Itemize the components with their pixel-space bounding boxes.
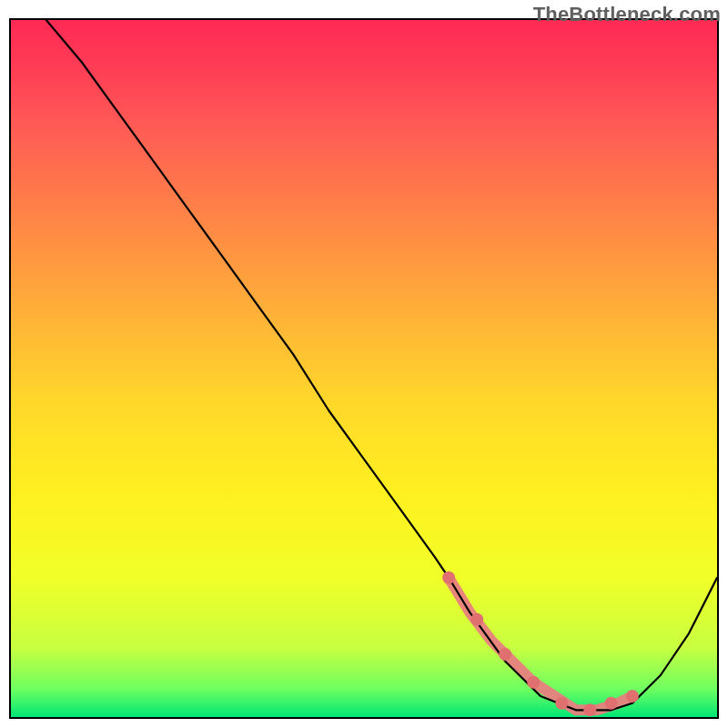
plot-svg [11, 20, 717, 717]
marker-dot [605, 697, 618, 710]
marker-dot [470, 613, 483, 626]
chart-canvas: TheBottleneck.com [0, 0, 728, 728]
watermark-text: TheBottleneck.com [533, 3, 721, 26]
marker-dot [442, 571, 455, 584]
marker-dot [499, 648, 511, 661]
marker-dot [626, 690, 639, 703]
plot-frame [9, 18, 719, 719]
marker-dot [527, 676, 540, 689]
bottleneck-curve [46, 20, 717, 710]
optimal-range-markers [442, 571, 639, 717]
marker-dot [583, 703, 596, 716]
optimal-range-curve [449, 578, 632, 711]
marker-dot [555, 697, 568, 710]
